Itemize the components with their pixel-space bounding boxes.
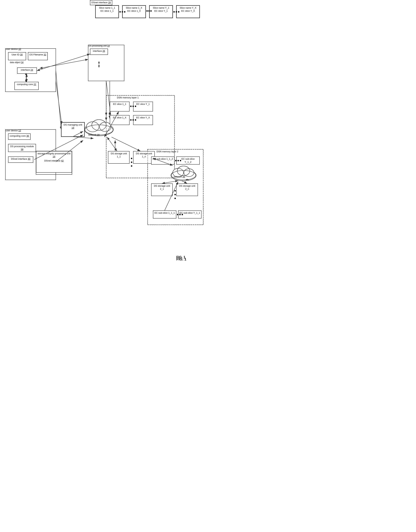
slice-y1-box: Slice name Y_1 EC slice Y_1 xyxy=(149,5,173,18)
os-filename-box: OS Filename 32 xyxy=(28,52,48,60)
computing-core-22-box: computing core 22 xyxy=(14,82,39,90)
dots-ds1: ●●● xyxy=(131,156,133,168)
dots-2: ●●● xyxy=(173,10,180,14)
user-device-12-label: user device 12 xyxy=(6,129,21,132)
ds-storage-unit-1-1-box: DS storage unit 1_1 xyxy=(108,151,130,164)
dots-ds2: ●●● xyxy=(174,189,176,200)
dsn-memory-layer-2-label: DSN memory layer 2 xyxy=(156,150,178,153)
dsnet-interface-40-box: DSnet interface 40 xyxy=(8,156,33,163)
dots-dsn1: ●●● xyxy=(130,104,137,108)
svg-line-20 xyxy=(73,137,94,139)
ds-storage-unit-2-n-box: DS storage unit 2_n xyxy=(176,183,198,196)
interface-24-box: interface 24 xyxy=(17,67,37,74)
ec-slice-yx-label: EC slice Y_X xyxy=(178,10,198,13)
ds-processing-unit-label: DS processing unit 14 xyxy=(88,45,110,47)
slice-name-1x-label: Slice name 1_X xyxy=(124,7,144,10)
dots-1: ●●● xyxy=(119,10,126,14)
computing-core-36-box: computing core 36 xyxy=(8,133,31,140)
ds-storage-unit-2-1-box: DS storage unit 2_1 xyxy=(151,183,173,196)
user-device-10-label: user device 10 xyxy=(6,48,21,50)
ec-slice-y1-label: EC slice Y_1 xyxy=(151,10,171,13)
slice-name-11-label: Slice name 1_1 xyxy=(97,7,117,10)
ec-slice-1-x-inner-box: EC slice 1_X xyxy=(110,115,130,125)
dsn-memory-layer-1-label: DSN memory layer 1 xyxy=(117,96,139,99)
dots-3: ●●● xyxy=(146,9,152,13)
network-20-left-label: network 20 xyxy=(88,133,100,136)
ds-managing-unit-box: DS managing unit 18 xyxy=(61,122,85,137)
storage-integrity-box: storage integrity processing unit 16 DSn… xyxy=(36,151,72,173)
fig-1-label: FIG. 1 xyxy=(176,257,186,261)
svg-line-19 xyxy=(56,70,61,130)
dots-sub-1: ●●● xyxy=(177,213,184,216)
svg-line-50 xyxy=(56,81,62,124)
data-object-label: data object 34 xyxy=(10,61,23,64)
dsnet-interface-28-box: DSnet interface 28 xyxy=(90,0,112,5)
slice-name-yx-label: Slice name Y_X xyxy=(178,7,198,10)
diagram: Slice name 1_1 EC slice 1_1 Slice name 1… xyxy=(0,0,208,266)
ec-sub-slice-1-1-1-box: EC sub-slice 1_1_1 xyxy=(153,210,176,218)
slice-name-y1-label: Slice name Y_1 xyxy=(151,7,171,10)
ec-slice-11-label: EC slice 1_1 xyxy=(97,10,117,13)
ec-slice-1x-label: EC slice 1_X xyxy=(124,10,144,13)
svg-line-16 xyxy=(39,59,88,68)
interface-26-box: interface 26 xyxy=(90,48,108,55)
dots-sub-z: ●●● xyxy=(175,159,182,162)
ds-processing-module-box: DS processing module 38 xyxy=(8,144,36,152)
user-id-box: User ID 30 xyxy=(8,52,26,60)
ec-slice-1-1-inner-box: EC slice 1_1 xyxy=(110,102,130,112)
slice-11-box: Slice name 1_1 EC slice 1_1 xyxy=(95,5,119,18)
ec-sub-slice-1-1-z-box: EC sub-slice 1_1_Z xyxy=(151,156,174,165)
dots-dsn1b: ●●● xyxy=(130,118,137,122)
